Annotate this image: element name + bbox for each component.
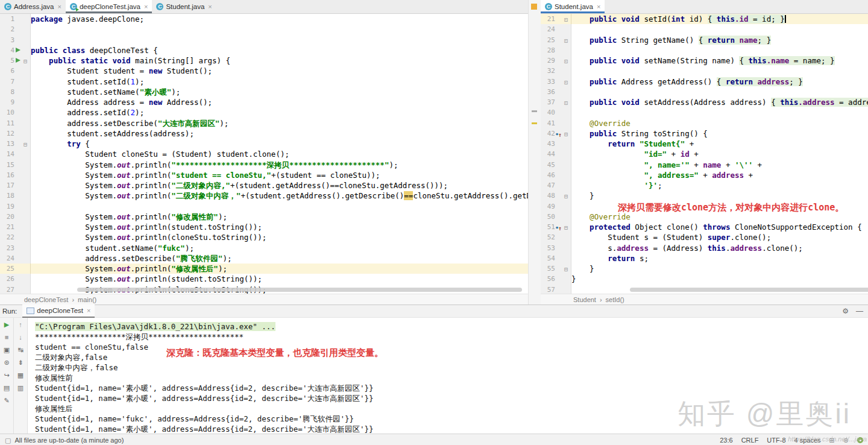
tab-deepCloneTest.java[interactable]: CdeepCloneTest.java× — [66, 0, 152, 13]
editor-right[interactable]: 深拷贝需要修改clone方法，对对象中内容进行clone。 21 public … — [541, 14, 868, 294]
code-line: 28 — [541, 45, 868, 55]
down-stacktrace-icon[interactable]: ↓ — [16, 333, 25, 341]
close-icon[interactable]: × — [144, 3, 148, 10]
code-text: public Address getAddress() { return add… — [571, 77, 868, 87]
gutter-space — [22, 222, 29, 232]
breadcrumb-item-class[interactable]: Student — [573, 296, 596, 303]
breadcrumb-item-class[interactable]: deepCloneTest — [24, 296, 68, 303]
line-number: 15 — [0, 160, 14, 170]
minimize-icon[interactable]: — — [856, 307, 863, 315]
folded-region-icon[interactable] — [562, 97, 570, 107]
tab-Student.java[interactable]: CStudent.java× — [152, 0, 216, 13]
close-icon[interactable]: × — [597, 3, 600, 10]
console-line: Student{id=1, name='素小暖', address=Addres… — [35, 424, 868, 434]
fold-collapse-icon[interactable] — [22, 139, 29, 149]
thread-dump-icon[interactable]: ▣ — [2, 346, 11, 354]
error-stripe-left[interactable] — [528, 0, 541, 305]
code-text: student.setId(1); — [31, 77, 528, 87]
soft-wrap-icon[interactable]: ↹ — [16, 346, 25, 354]
line-number: 19 — [0, 201, 14, 212]
gutter-space — [562, 45, 570, 55]
ide-status-indicator[interactable] — [857, 437, 863, 443]
breadcrumb-item-method[interactable]: setId() — [606, 296, 624, 303]
folded-region-icon[interactable] — [562, 35, 570, 45]
gutter-space — [14, 253, 22, 264]
code-text — [31, 35, 528, 45]
gutter-space — [555, 149, 562, 159]
gutter: 45 — [541, 160, 571, 170]
console-line: 修改属性后 — [35, 403, 868, 414]
code-line: 3 — [0, 35, 528, 45]
close-icon[interactable]: × — [87, 307, 90, 314]
code-text: address.setDescribe("大连市高新园区"); — [31, 118, 528, 128]
code-line: 42 public String toString() { — [541, 128, 868, 139]
code-text: Student s = (Student) super.clone(); — [571, 232, 868, 242]
gutter-space — [14, 274, 22, 284]
tab-Student.java[interactable]: CStudent.java× — [541, 0, 605, 13]
encoding-widget[interactable]: UTF-8 — [767, 437, 785, 444]
rerun-icon[interactable]: ▶ — [2, 321, 11, 329]
folded-region-icon[interactable] — [562, 14, 570, 24]
breadcrumb-item-method[interactable]: main() — [78, 296, 96, 303]
pin-icon[interactable]: ✎ — [2, 397, 11, 405]
fold-collapse-icon[interactable] — [562, 191, 570, 201]
folded-region-icon[interactable] — [562, 55, 570, 66]
print-icon[interactable]: ▦ — [16, 371, 25, 379]
tab-Address.java[interactable]: CAddress.java× — [0, 0, 66, 13]
scroll-marker[interactable] — [532, 110, 537, 112]
line-number: 54 — [541, 253, 555, 264]
exit-icon[interactable]: ↪ — [2, 371, 11, 379]
gutter: 32 — [541, 66, 571, 76]
fold-collapse-icon[interactable] — [22, 55, 29, 66]
code-text: public void setId(int id) { this.id = id… — [571, 14, 868, 24]
line-number: 7 — [0, 77, 14, 87]
fold-collapse-icon[interactable] — [562, 128, 570, 139]
settings-filter-icon[interactable]: ⊛ — [2, 359, 11, 367]
line-number: 8 — [0, 87, 14, 97]
close-icon[interactable]: × — [208, 3, 212, 10]
caret-line-marker[interactable] — [532, 122, 537, 124]
line-number: 49 — [541, 201, 555, 212]
console-output[interactable]: 深克隆：既克隆基本类型变量，也克隆引用类型变量。 "C:\Program Fil… — [28, 318, 868, 434]
run-line-icon[interactable] — [14, 45, 22, 55]
console-icon — [27, 308, 34, 314]
run-line-icon[interactable] — [14, 55, 22, 66]
editor-left[interactable]: 1package javase.deepClone;234public clas… — [0, 14, 528, 294]
event-log-icon[interactable]: ⊚ — [843, 437, 849, 444]
warning-marker[interactable] — [531, 4, 537, 10]
code-text: "id=" + id + — [571, 149, 868, 159]
code-line: 25 System.out.println("修改属性后"); — [0, 264, 528, 274]
run-tab[interactable]: deepCloneTest × — [22, 305, 95, 318]
code-line: 53 s.address = (Address) this.address.cl… — [541, 243, 868, 253]
horizontal-scrollbar[interactable] — [630, 288, 868, 292]
indent-widget[interactable]: 4 spaces — [794, 437, 821, 444]
code-line: 44 "id=" + id + — [541, 149, 868, 159]
tabbar-left: CAddress.java×CdeepCloneTest.java×CStude… — [0, 0, 528, 14]
horizontal-scrollbar[interactable] — [77, 288, 522, 292]
code-text: ", address=" + address + — [571, 170, 868, 180]
up-stacktrace-icon[interactable]: ↑ — [16, 321, 25, 329]
code-text: public String toString() { — [571, 128, 868, 139]
folded-region-icon[interactable] — [562, 77, 570, 87]
override-method-icon[interactable] — [555, 128, 562, 139]
caret-position-widget[interactable]: 23:6 — [720, 437, 732, 444]
gutter-space — [562, 201, 570, 212]
code-line: 1package javase.deepClone; — [0, 14, 528, 24]
stop-icon[interactable]: ■ — [2, 333, 11, 341]
fold-collapse-icon[interactable] — [562, 264, 570, 274]
clear-all-icon[interactable]: ▥ — [16, 384, 25, 392]
gear-icon[interactable]: ⚙ — [842, 307, 849, 315]
close-icon[interactable]: × — [57, 3, 61, 10]
restore-layout-icon[interactable]: ▤ — [2, 384, 11, 392]
gutter-space — [14, 170, 22, 180]
override-method-icon[interactable] — [555, 222, 562, 232]
line-ending-widget[interactable]: CRLF — [741, 437, 759, 444]
console-toolbar: ↑↓↹⇟▦▥ — [14, 318, 28, 434]
scroll-to-end-icon[interactable]: ⇟ — [16, 359, 25, 367]
gutter-space — [555, 107, 562, 118]
code-line: 9 Address address = new Address(); — [0, 97, 528, 107]
lock-icon[interactable]: ⊞ — [829, 437, 835, 444]
fold-collapse-icon[interactable] — [562, 222, 570, 232]
class-icon: C — [156, 3, 163, 10]
line-number: 53 — [541, 243, 555, 253]
